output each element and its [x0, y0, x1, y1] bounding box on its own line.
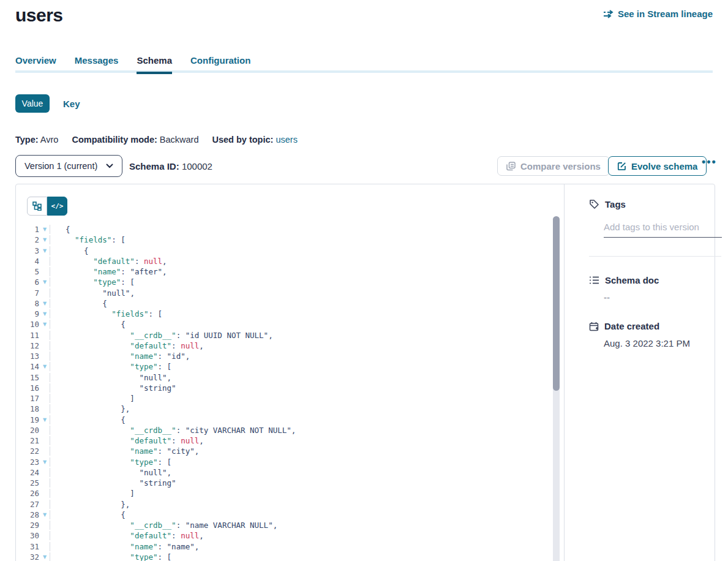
code-line: 26 ]: [16, 489, 554, 499]
code-line: 21 "default": null,: [16, 436, 554, 446]
code-line-content: "__crdb__": "name VARCHAR NULL",: [50, 521, 277, 530]
code-line: 10▼ {: [16, 320, 554, 330]
schema-doc-value: --: [604, 292, 706, 303]
line-number: 4: [16, 257, 39, 266]
line-number: 2: [16, 235, 39, 244]
code-view-button[interactable]: </>: [47, 197, 67, 216]
tab-underline-track: [15, 70, 713, 73]
line-number: 27: [16, 500, 39, 509]
line-number: 21: [16, 436, 39, 445]
code-line-content: "name": "id",: [50, 352, 190, 361]
code-line-content: ]: [50, 394, 135, 403]
tag-icon: [589, 199, 599, 209]
compatibility-label: Compatibility mode:: [72, 135, 157, 145]
tree-view-button[interactable]: [27, 197, 47, 216]
stream-lineage-link[interactable]: See in Stream lineage: [602, 9, 713, 19]
used-by-topic-field: Used by topic: users: [212, 135, 297, 145]
code-line: 12 "default": null,: [16, 341, 554, 352]
code-line: 13 "name": "id",: [16, 352, 554, 362]
evolve-schema-button[interactable]: Evolve schema: [608, 156, 707, 176]
code-line: 22 "name": "city",: [16, 446, 554, 457]
code-line: 6▼ "type": [: [16, 277, 554, 288]
code-line: 2▼ "fields": [: [16, 235, 554, 246]
code-line: 31 "name": "name",: [16, 542, 554, 552]
code-scrollbar-thumb[interactable]: [553, 216, 560, 391]
code-line: 20 "__crdb__": "city VARCHAR NOT NULL",: [16, 426, 554, 436]
fold-toggle-icon[interactable]: ▼: [39, 237, 50, 243]
code-line: 7 "null",: [16, 288, 554, 299]
type-value: Avro: [40, 135, 59, 145]
code-line: 29 "__crdb__": "name VARCHAR NULL",: [16, 521, 554, 531]
line-number: 13: [16, 352, 39, 361]
code-line-content: "string": [50, 383, 176, 393]
code-line-content: "null",: [50, 373, 171, 382]
line-number: 10: [16, 320, 39, 329]
date-created-title: Date created: [604, 321, 659, 331]
code-line-content: "fields": [: [50, 309, 162, 318]
code-line-content: "name": "name",: [50, 542, 199, 551]
stream-lineage-icon: [602, 9, 614, 19]
fold-toggle-icon[interactable]: ▼: [39, 554, 50, 560]
code-line-content: {: [50, 510, 126, 519]
line-number: 7: [16, 288, 39, 298]
fold-toggle-icon[interactable]: ▼: [39, 364, 50, 369]
schema-view-toggle: </>: [27, 197, 67, 216]
line-number: 9: [16, 309, 39, 318]
code-line-content: "type": [: [50, 457, 171, 467]
key-toggle-button[interactable]: Key: [63, 99, 80, 109]
code-line-content: "string": [50, 478, 176, 488]
version-dropdown-value: Version 1 (current): [24, 161, 97, 171]
schema-doc-section-header: Schema doc: [589, 275, 706, 285]
tab-schema[interactable]: Schema: [137, 55, 172, 74]
page-title: users: [15, 5, 63, 26]
code-line: 23▼ "type": [: [16, 457, 554, 468]
schema-meta-row: Type: Avro Compatibility mode: Backward …: [15, 135, 298, 145]
code-line-content: {: [50, 415, 126, 424]
code-line: 18 },: [16, 404, 554, 415]
code-line-content: ]: [50, 489, 135, 498]
line-number: 3: [16, 246, 39, 255]
code-line-content: "fields": [: [50, 235, 126, 244]
compare-versions-button[interactable]: Compare versions: [497, 156, 610, 176]
code-line-content: "type": [: [50, 552, 171, 561]
code-line: 30 "default": null,: [16, 531, 554, 541]
add-tags-input[interactable]: [604, 218, 722, 238]
fold-toggle-icon[interactable]: ▼: [39, 322, 50, 327]
type-label: Type:: [15, 135, 39, 145]
line-number: 12: [16, 341, 39, 350]
code-line: 15 "null",: [16, 373, 554, 383]
fold-toggle-icon[interactable]: ▼: [39, 417, 50, 423]
schema-id-field: Schema ID: 100002: [129, 161, 212, 171]
fold-toggle-icon[interactable]: ▼: [39, 311, 50, 317]
code-line-content: "default": null,: [50, 436, 204, 445]
code-line: 14▼ "type": [: [16, 362, 554, 372]
value-toggle-button[interactable]: Value: [15, 94, 50, 113]
line-number: 11: [16, 331, 39, 340]
schema-panel: </> 1▼{2▼ "fields": [3▼ {4 "default": nu…: [15, 184, 715, 561]
more-options-button[interactable]: •••: [702, 156, 717, 168]
tree-icon: [32, 201, 42, 211]
topic-link[interactable]: users: [276, 135, 297, 145]
code-line: 8▼ {: [16, 299, 554, 309]
code-line: 5 "name": "after",: [16, 267, 554, 277]
line-number: 8: [16, 299, 39, 308]
compare-versions-icon: [506, 162, 516, 171]
fold-toggle-icon[interactable]: ▼: [39, 512, 50, 518]
line-number: 28: [16, 510, 39, 519]
schema-doc-title: Schema doc: [605, 275, 659, 285]
fold-toggle-icon[interactable]: ▼: [39, 301, 50, 306]
line-number: 25: [16, 478, 39, 488]
code-line: 27 },: [16, 500, 554, 510]
code-line: 16 "string": [16, 383, 554, 394]
line-number: 32: [16, 552, 39, 561]
fold-toggle-icon[interactable]: ▼: [39, 248, 50, 254]
code-line-content: "__crdb__": "city VARCHAR NOT NULL",: [50, 426, 296, 435]
fold-toggle-icon[interactable]: ▼: [39, 279, 50, 285]
line-number: 5: [16, 267, 39, 276]
fold-toggle-icon[interactable]: ▼: [39, 459, 50, 465]
date-created-section-header: Date created: [589, 321, 706, 331]
code-line: 3▼ {: [16, 246, 554, 257]
version-dropdown[interactable]: Version 1 (current): [15, 155, 122, 177]
fold-toggle-icon[interactable]: ▼: [39, 227, 50, 232]
schema-code-editor[interactable]: 1▼{2▼ "fields": [3▼ {4 "default": null,5…: [16, 225, 554, 561]
